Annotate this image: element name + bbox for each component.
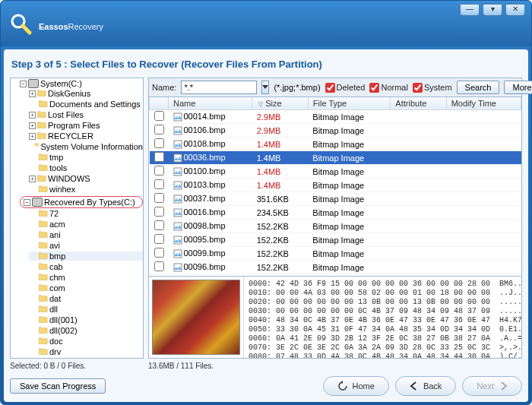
collapse-icon[interactable]: − (20, 81, 27, 87)
row-checkbox[interactable] (154, 193, 164, 203)
folder-icon (39, 327, 48, 334)
tree-item[interactable]: winhex (29, 185, 143, 194)
table-row[interactable]: 00098.bmp152.2KBBitmap Image (150, 220, 521, 233)
deleted-check-input[interactable] (325, 83, 335, 93)
sort-desc-icon: ▽ (258, 101, 263, 108)
save-scan-button[interactable]: Save Scan Progress (10, 378, 106, 394)
row-checkbox[interactable] (154, 220, 164, 230)
col-attribute[interactable]: Attribute (391, 97, 446, 110)
col-filetype[interactable]: File Type (308, 97, 391, 110)
tree-item[interactable]: dll (29, 305, 143, 314)
tree-item[interactable]: tmp (29, 153, 143, 162)
normal-check-input[interactable] (369, 83, 379, 93)
svg-rect-3 (174, 127, 182, 134)
row-checkbox[interactable] (154, 261, 164, 271)
tree-item[interactable]: doc (29, 337, 143, 346)
tree-item[interactable]: +Lost Files (29, 110, 143, 119)
tree-item[interactable]: bmp (29, 252, 143, 261)
expand-icon[interactable]: + (29, 90, 36, 97)
tree-view[interactable]: − System(C:) +DiskGeniusDocuments and Se… (10, 78, 144, 359)
col-name[interactable]: Name (169, 97, 252, 110)
tree-item[interactable]: dat (29, 294, 143, 303)
expand-icon[interactable]: + (29, 112, 36, 119)
restore-button[interactable]: ▾ (483, 4, 502, 16)
row-checkbox[interactable] (154, 166, 164, 176)
close-button[interactable]: ✕ (505, 4, 525, 16)
name-filter-input[interactable] (181, 81, 257, 94)
tree-item[interactable]: 72 (29, 209, 143, 218)
tree-item[interactable]: dll(002) (29, 326, 143, 335)
minimize-button[interactable]: — (460, 4, 480, 16)
row-checkbox[interactable] (154, 179, 164, 189)
tree-item[interactable]: drv (29, 347, 143, 356)
row-checkbox[interactable] (154, 111, 164, 121)
expand-icon[interactable]: + (29, 122, 36, 129)
tree-item[interactable]: acm (29, 220, 143, 229)
tree-root-system[interactable]: − System(C:) (20, 79, 143, 88)
file-size: 152.2KB (252, 261, 309, 274)
expand-icon[interactable]: + (29, 176, 36, 182)
table-row[interactable]: 00095.bmp152.2KBBitmap Image (150, 233, 521, 247)
bitmap-file-icon (173, 195, 182, 204)
tree-item[interactable]: tools (29, 163, 143, 172)
file-name: 00096.bmp (184, 262, 226, 271)
tree-item[interactable]: +Program Files (29, 121, 143, 130)
tree-item[interactable]: +WINDOWS (29, 174, 143, 183)
tree-item[interactable]: com (29, 283, 143, 293)
folder-icon (39, 220, 48, 228)
tree-item[interactable]: dll(001) (29, 315, 143, 324)
preview-area: 0000: 42 4D 36 F9 15 00 00 00 00 00 36 0… (148, 277, 522, 359)
row-checkbox[interactable] (154, 138, 164, 148)
tree-item[interactable]: cab (29, 262, 143, 271)
col-check[interactable] (150, 97, 169, 110)
name-dropdown-button[interactable] (261, 81, 269, 94)
col-size[interactable]: ▽ Size (252, 97, 309, 110)
folder-icon (39, 252, 48, 260)
table-row[interactable]: 00099.bmp152.2KBBitmap Image (150, 247, 521, 261)
table-row[interactable]: 00103.bmp1.4MBBitmap Image (150, 179, 521, 192)
more-button[interactable]: More>> (504, 81, 532, 94)
row-checkbox[interactable] (154, 125, 164, 134)
file-name: 00095.bmp (184, 235, 226, 244)
home-button[interactable]: Home (323, 376, 389, 396)
system-checkbox[interactable]: System (413, 83, 452, 93)
normal-checkbox[interactable]: Normal (369, 83, 407, 93)
tree-item[interactable]: Documents and Settings (29, 100, 143, 109)
hex-viewer[interactable]: 0000: 42 4D 36 F9 15 00 00 00 00 00 36 0… (244, 277, 521, 358)
tree-root-recovered[interactable]: − Recovered By Types(C:) (20, 196, 143, 208)
row-checkbox[interactable] (154, 207, 164, 217)
collapse-icon[interactable]: − (24, 199, 30, 206)
tree-item-label: Program Files (48, 121, 100, 130)
search-button[interactable]: Search (457, 81, 500, 94)
tree-item[interactable]: ani (29, 230, 143, 239)
svg-rect-12 (174, 250, 182, 258)
col-modify[interactable]: Modify Time (446, 97, 521, 110)
tree-item[interactable]: avi (29, 241, 143, 250)
file-modify (446, 179, 521, 192)
back-button[interactable]: Back (395, 376, 456, 396)
deleted-checkbox[interactable]: Deleted (325, 83, 366, 93)
folder-icon (39, 231, 48, 239)
row-checkbox[interactable] (154, 234, 164, 244)
system-check-input[interactable] (413, 83, 423, 93)
row-checkbox[interactable] (154, 248, 164, 258)
table-row[interactable]: 00108.bmp1.4MBBitmap Image (150, 138, 521, 151)
next-button[interactable]: Next (462, 376, 522, 396)
tree-item[interactable]: +DiskGenius (29, 89, 143, 98)
table-row[interactable]: 00016.bmp234.5KBBitmap Image (150, 206, 521, 220)
table-row[interactable]: 00096.bmp152.2KBBitmap Image (150, 261, 521, 274)
file-list[interactable]: Name ▽ Size File Type Attribute Modify T… (148, 97, 522, 277)
tree-item-label: tmp (49, 153, 63, 162)
tree-item[interactable]: +RECYCLER (29, 131, 143, 141)
tree-item[interactable]: System Volume Information (29, 142, 143, 151)
table-row[interactable]: 00036.bmp1.4MBBitmap Image (150, 151, 521, 165)
table-row[interactable]: 00100.bmp1.4MBBitmap Image (150, 165, 521, 179)
expand-icon[interactable]: + (29, 133, 36, 140)
folder-icon (39, 348, 48, 356)
table-row[interactable]: 00014.bmp2.9MBBitmap Image (150, 110, 521, 124)
tree-item[interactable]: chm (29, 273, 143, 282)
row-checkbox[interactable] (154, 152, 164, 162)
table-row[interactable]: 00106.bmp2.9MBBitmap Image (150, 124, 521, 138)
table-row[interactable]: 00037.bmp351.6KBBitmap Image (150, 192, 521, 206)
file-name: 00014.bmp (184, 112, 226, 121)
